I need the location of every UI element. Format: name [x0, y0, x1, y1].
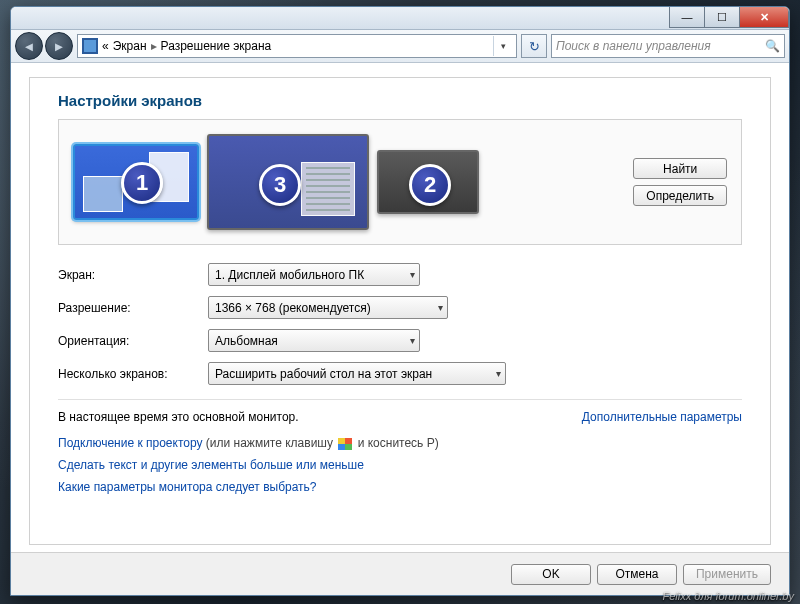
monitor-3[interactable]: 3 — [207, 134, 369, 230]
minimize-button[interactable]: — — [669, 7, 705, 28]
text-size-link[interactable]: Сделать текст и другие элементы больше и… — [58, 458, 364, 472]
back-button[interactable]: ◄ — [15, 32, 43, 60]
control-panel-window: — ☐ ✕ ◄ ► « Экран ▸ Разрешение экрана ▾ … — [10, 6, 790, 596]
windows-key-icon — [338, 438, 352, 450]
forward-button[interactable]: ► — [45, 32, 73, 60]
display-select[interactable]: 1. Дисплей мобильного ПК — [208, 263, 420, 286]
navigation-bar: ◄ ► « Экран ▸ Разрешение экрана ▾ ↻ Поис… — [11, 30, 789, 63]
dialog-footer: OK Отмена Применить — [11, 552, 789, 595]
control-panel-icon — [82, 38, 98, 54]
breadcrumb-root[interactable]: Экран — [113, 39, 147, 53]
display-arrangement-box: 1 3 2 Найти Определить — [58, 119, 742, 245]
apply-button[interactable]: Применить — [683, 564, 771, 585]
monitor-1[interactable]: 1 — [73, 144, 199, 220]
identify-button[interactable]: Определить — [633, 185, 727, 206]
close-button[interactable]: ✕ — [740, 7, 789, 28]
projector-hint-before: (или нажмите клавишу — [203, 436, 337, 450]
maximize-button[interactable]: ☐ — [705, 7, 740, 28]
address-bar[interactable]: « Экран ▸ Разрешение экрана ▾ — [77, 34, 517, 58]
advanced-settings-link[interactable]: Дополнительные параметры — [582, 410, 742, 424]
monitor-2-number: 2 — [409, 164, 451, 206]
primary-monitor-status: В настоящее время это основной монитор. — [58, 410, 299, 424]
ok-button[interactable]: OK — [511, 564, 591, 585]
multi-label: Несколько экранов: — [58, 367, 208, 381]
orientation-label: Ориентация: — [58, 334, 208, 348]
content-area: Настройки экранов 1 3 2 Най — [29, 77, 771, 545]
which-settings-link[interactable]: Какие параметры монитора следует выбрать… — [58, 480, 317, 494]
divider — [58, 399, 742, 400]
monitor-3-number: 3 — [259, 164, 301, 206]
page-title: Настройки экранов — [58, 92, 742, 109]
display-label: Экран: — [58, 268, 208, 282]
breadcrumb-prefix: « — [102, 39, 109, 53]
orientation-select[interactable]: Альбомная — [208, 329, 420, 352]
projector-link[interactable]: Подключение к проектору — [58, 436, 203, 450]
monitor-1-number: 1 — [121, 162, 163, 204]
projector-hint-after: и коснитесь P) — [354, 436, 438, 450]
search-input[interactable]: Поиск в панели управления 🔍 — [551, 34, 785, 58]
multi-display-select[interactable]: Расширить рабочий стол на этот экран — [208, 362, 506, 385]
monitor-row[interactable]: 1 3 2 — [73, 134, 621, 230]
watermark: Felixx для forum.onliner.by — [663, 590, 794, 602]
detect-button[interactable]: Найти — [633, 158, 727, 179]
breadcrumb-current[interactable]: Разрешение экрана — [161, 39, 272, 53]
breadcrumb-sep: ▸ — [151, 39, 157, 53]
address-dropdown[interactable]: ▾ — [493, 36, 512, 56]
settings-form: Экран: 1. Дисплей мобильного ПК Разрешен… — [58, 263, 742, 385]
search-icon[interactable]: 🔍 — [765, 39, 780, 53]
cancel-button[interactable]: Отмена — [597, 564, 677, 585]
resolution-select[interactable]: 1366 × 768 (рекомендуется) — [208, 296, 448, 319]
search-placeholder: Поиск в панели управления — [556, 39, 711, 53]
titlebar: — ☐ ✕ — [11, 7, 789, 30]
refresh-button[interactable]: ↻ — [521, 34, 547, 58]
monitor-2[interactable]: 2 — [377, 150, 479, 214]
resolution-label: Разрешение: — [58, 301, 208, 315]
